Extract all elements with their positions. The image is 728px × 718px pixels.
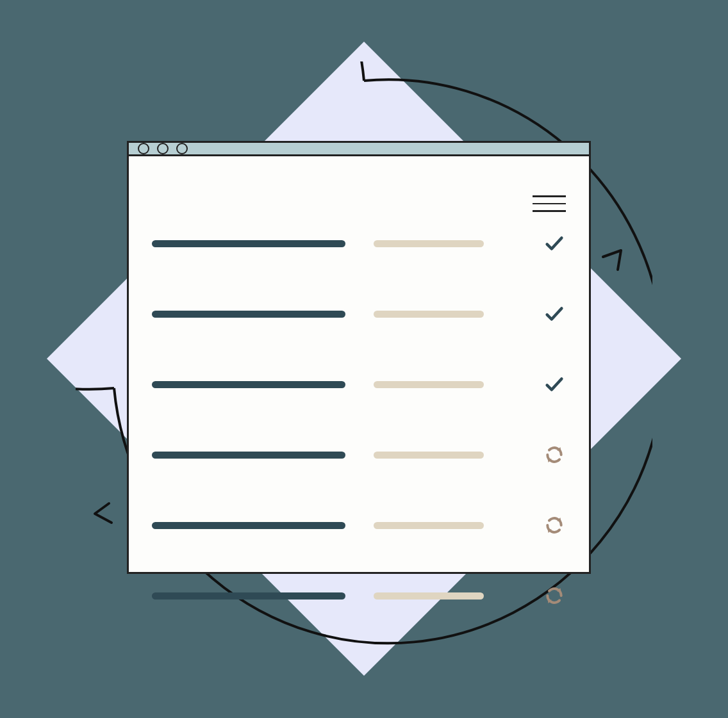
refresh-icon (543, 584, 566, 607)
task-row (152, 443, 566, 466)
window-control-minimize[interactable] (157, 143, 169, 154)
app-window (127, 141, 591, 574)
hamburger-menu-icon[interactable] (533, 195, 566, 212)
refresh-icon (543, 443, 566, 466)
task-meta-placeholder (374, 452, 484, 459)
task-row (152, 514, 566, 537)
task-title-placeholder (152, 592, 345, 600)
task-title-placeholder (152, 381, 345, 388)
task-row (152, 373, 566, 396)
task-row (152, 232, 566, 255)
refresh-icon (543, 514, 566, 537)
window-control-close[interactable] (138, 143, 149, 154)
check-icon (543, 232, 566, 255)
task-meta-placeholder (374, 592, 484, 600)
task-title-placeholder (152, 240, 345, 247)
task-meta-placeholder (374, 381, 484, 388)
task-list (129, 232, 589, 607)
check-icon (543, 302, 566, 325)
task-meta-placeholder (374, 240, 484, 247)
task-meta-placeholder (374, 311, 484, 318)
task-title-placeholder (152, 522, 345, 529)
window-control-maximize[interactable] (176, 143, 188, 154)
task-title-placeholder (152, 452, 345, 459)
window-titlebar (129, 143, 589, 156)
task-row (152, 302, 566, 325)
task-meta-placeholder (374, 522, 484, 529)
task-title-placeholder (152, 311, 345, 318)
task-row (152, 584, 566, 607)
check-icon (543, 373, 566, 396)
